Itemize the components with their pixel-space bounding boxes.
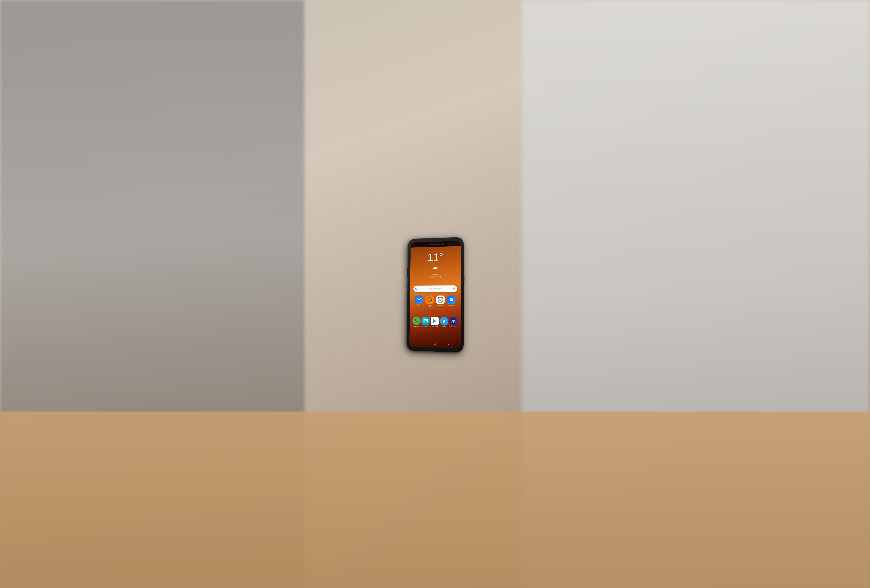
svg-text:📞: 📞 xyxy=(415,319,418,323)
app-item-podcast-addict[interactable]: 🎧 1 PodcastAddict xyxy=(425,296,434,308)
phone-wrapper: ⊡ ▶ ‖ ·· ✱ ▊ ▲ 81% 15:54 11° ☁ 📍 Paris xyxy=(407,237,463,353)
app-item-play-store[interactable]: Play Store xyxy=(430,317,439,327)
twitter-icon xyxy=(440,317,448,326)
microphone-icon[interactable]: 🎤 xyxy=(453,287,455,290)
update-time: MAJ 16/03 11:02 🔄 xyxy=(429,276,441,278)
inbox-icon xyxy=(415,296,423,304)
page-dot-2 xyxy=(437,315,438,316)
play-store-icon xyxy=(431,317,439,325)
app-item-messages[interactable]: Messages xyxy=(421,317,430,327)
home-button[interactable]: □ xyxy=(434,342,436,345)
camera-icon xyxy=(449,317,458,326)
play-store-label: Play Store xyxy=(432,326,438,327)
top-notch xyxy=(411,241,461,247)
power-button[interactable] xyxy=(463,275,464,281)
app-item-messenger[interactable]: Messenger xyxy=(446,296,456,308)
recents-button[interactable]: ⬐ xyxy=(448,342,450,346)
dock-row: 📞 Téléphone xyxy=(410,317,461,330)
page-indicators: 🔒 xyxy=(410,314,461,317)
lock-icon: 🔒 xyxy=(434,314,436,316)
back-button[interactable]: ← xyxy=(419,342,422,345)
svg-rect-8 xyxy=(426,320,427,321)
weather-icon: ☁ xyxy=(432,264,438,270)
app-item-twitter[interactable]: Twitter xyxy=(439,317,449,328)
screen: ⊡ ▶ ‖ ·· ✱ ▊ ▲ 81% 15:54 11° ☁ 📍 Paris xyxy=(410,241,461,348)
location-pin-icon: 📍 xyxy=(434,271,436,273)
google-search-bar[interactable]: G Dites "Ok Google" 🎤 xyxy=(413,286,457,292)
table-surface xyxy=(0,412,870,588)
volume-button[interactable] xyxy=(407,268,408,277)
app-item-telephone[interactable]: 📞 Téléphone xyxy=(412,317,421,327)
messenger-icon xyxy=(447,296,456,304)
podcast-badge: 1 xyxy=(432,295,434,297)
app-row-1: Inbox 🎧 1 PodcastAddict xyxy=(414,296,457,308)
podcast-addict-icon: 🎧 1 xyxy=(426,296,434,304)
front-camera xyxy=(442,243,444,245)
twitter-label: Twitter xyxy=(442,326,446,328)
search-hint-text: Dites "Ok Google" xyxy=(419,288,453,290)
podcast-addict-label: PodcastAddict xyxy=(427,304,432,308)
app-item-camera[interactable]: Caméra xyxy=(449,317,458,328)
messenger-label: Messenger xyxy=(448,305,455,306)
page-dot-1 xyxy=(432,314,432,315)
messages-icon xyxy=(422,317,430,325)
weather-widget: 11° ☁ 📍 Paris MAJ 16/03 11:02 🔄 xyxy=(410,251,461,278)
chrome-icon xyxy=(436,296,444,304)
app-grid: Inbox 🎧 1 PodcastAddict xyxy=(410,296,461,310)
city-name: Paris xyxy=(432,273,438,276)
telephone-icon: 📞 xyxy=(412,317,420,325)
phone-shell: ⊡ ▶ ‖ ·· ✱ ▊ ▲ 81% 15:54 11° ☁ 📍 Paris xyxy=(407,237,463,353)
svg-rect-7 xyxy=(425,320,425,321)
app-item-inbox[interactable]: Inbox xyxy=(414,296,424,308)
camera-label: Caméra xyxy=(451,326,456,328)
messages-label: Messages xyxy=(423,326,429,327)
dock-app-row: 📞 Téléphone xyxy=(412,317,459,328)
svg-point-2 xyxy=(439,299,441,301)
speaker-grille xyxy=(429,244,440,245)
temperature-display: 11° xyxy=(428,252,443,262)
telephone-label: Téléphone xyxy=(413,326,419,327)
scene: ⊡ ▶ ‖ ·· ✱ ▊ ▲ 81% 15:54 11° ☁ 📍 Paris xyxy=(0,0,870,588)
app-item-chrome[interactable]: Chrome xyxy=(435,296,445,308)
google-logo: G xyxy=(415,287,417,290)
inbox-label: Inbox xyxy=(417,304,420,306)
chrome-label: Chrome xyxy=(438,304,443,306)
google-g-blue: G xyxy=(415,287,417,290)
navigation-bar: ← □ ⬐ xyxy=(410,340,461,347)
